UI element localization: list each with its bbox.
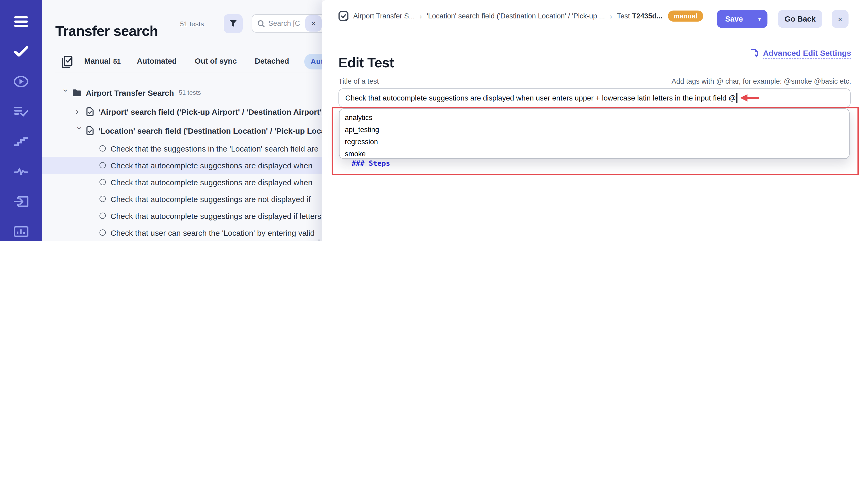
- test-circle-icon: [99, 145, 106, 152]
- breadcrumb: Airport Transfer S... › 'Location' searc…: [338, 10, 703, 22]
- close-drawer-button[interactable]: ×: [832, 10, 848, 28]
- tree-row[interactable]: › Check that autocomplete suggestings ar…: [42, 207, 321, 224]
- test-circle-icon: [99, 196, 106, 202]
- page-title: Transfer search: [55, 23, 158, 39]
- search-icon: [257, 20, 265, 27]
- tree-row[interactable]: › Check that the suggestions in the 'Loc…: [42, 140, 321, 157]
- search-placeholder: Search [C: [269, 20, 300, 27]
- test-tree-panel: Transfer search 51 tests Search [C × Man…: [42, 0, 321, 241]
- status-tabs: Manual51 Automated Out of sync Detached …: [42, 54, 321, 71]
- tree-row[interactable]: › Airport Transfer Search 51 tests: [42, 83, 321, 102]
- activity-icon[interactable]: [13, 164, 29, 180]
- tree-row[interactable]: › 'Airport' search field ('Pick-up Airpo…: [42, 102, 321, 121]
- go-back-button[interactable]: Go Back: [778, 10, 822, 28]
- test-circle-icon: [99, 229, 106, 236]
- tree-row-label: Check that the suggestions in the 'Locat…: [111, 144, 318, 153]
- tree-row-count: 51 tests: [179, 89, 201, 96]
- save-button-label: Save: [717, 15, 751, 23]
- doc-check-icon: [86, 126, 94, 135]
- tree-row-label: Check that autocomplete suggestings are …: [111, 211, 321, 220]
- title-input[interactable]: Check that autocomplete suggestions are …: [338, 88, 850, 107]
- tree-row-label: 'Location' search field ('Destination Lo…: [98, 126, 321, 135]
- app-sidebar: ? T: [0, 0, 42, 241]
- text-cursor: [737, 93, 738, 103]
- tab-automated[interactable]: Automated: [137, 57, 177, 65]
- manual-badge: manual: [668, 10, 703, 22]
- test-circle-icon: [99, 162, 106, 168]
- check-icon[interactable]: [13, 44, 29, 60]
- tree-row-label: Airport Transfer Search: [86, 88, 174, 97]
- tab-out-of-sync[interactable]: Out of sync: [195, 57, 237, 65]
- chevron-icon[interactable]: ›: [76, 127, 83, 134]
- tree-row[interactable]: › Check that user can search the 'Locati…: [42, 224, 321, 241]
- automation-filter-chip[interactable]: Aut: [304, 54, 321, 69]
- tree-row[interactable]: › 'Location' search field ('Destination …: [42, 121, 321, 140]
- tree-row-label: Check that user can search the 'Location…: [111, 228, 314, 237]
- tab-manual[interactable]: Manual51: [84, 57, 121, 65]
- breadcrumb-suite[interactable]: Airport Transfer S...: [353, 12, 415, 20]
- doc-check-icon: [86, 107, 94, 116]
- tree-row[interactable]: › Check that autocomplete suggestings ar…: [42, 191, 321, 207]
- tabs-divider: [55, 73, 321, 73]
- tree-row[interactable]: › Check that autocomplete suggestions ar…: [42, 157, 321, 174]
- title-field-label: Title of a test: [338, 77, 379, 85]
- clipboard-check-icon[interactable]: [62, 56, 73, 70]
- breadcrumb-separator: ›: [420, 12, 422, 20]
- tag-suggestion-item[interactable]: smoke: [340, 148, 849, 160]
- tree-scrollbar[interactable]: [318, 239, 320, 241]
- test-case-icon: [338, 11, 348, 21]
- breadcrumb-subsuite[interactable]: 'Location' search field ('Destination Lo…: [427, 12, 605, 20]
- test-id: T2435d...: [632, 12, 662, 20]
- app-window: ? T Transfer search 51 tests Search [C ×…: [0, 0, 868, 241]
- reports-icon[interactable]: [13, 224, 29, 239]
- breadcrumb-separator: ›: [610, 12, 612, 20]
- steps-markdown-heading: ### Steps: [352, 159, 390, 167]
- edit-test-drawer: Airport Transfer S... › 'Location' searc…: [321, 0, 868, 241]
- folder-icon: [73, 89, 81, 96]
- clear-search-button[interactable]: ×: [305, 15, 321, 32]
- funnel-icon: [229, 20, 237, 27]
- test-circle-icon: [99, 213, 106, 219]
- save-button[interactable]: Save ▾: [717, 10, 768, 28]
- sign-in-icon[interactable]: [13, 194, 29, 210]
- drawer-title: Edit Test: [338, 55, 394, 71]
- chevron-icon[interactable]: ›: [62, 89, 69, 96]
- tree-row-label: Check that autocomplete suggestions are …: [111, 161, 312, 170]
- tag-suggestion-item[interactable]: api_testing: [340, 124, 849, 136]
- test-runs-icon[interactable]: [13, 104, 29, 120]
- save-dropdown-caret[interactable]: ▾: [752, 16, 768, 22]
- tag-suggestions-dropdown: analyticsapi_testingregressionsmoke: [339, 108, 849, 159]
- tag-suggestion-item[interactable]: regression: [340, 136, 849, 148]
- tab-detached[interactable]: Detached: [255, 57, 289, 65]
- tree-row-label: Check that autocomplete suggestions are …: [111, 178, 312, 187]
- steps-icon[interactable]: [13, 134, 29, 150]
- advanced-settings-icon: [751, 49, 760, 59]
- tab-manual-count: 51: [113, 57, 121, 65]
- chevron-icon[interactable]: ›: [76, 108, 83, 115]
- test-tree: › Airport Transfer Search 51 tests › 'Ai…: [42, 83, 321, 241]
- tags-hint: Add tags with @ char, for example: @smok…: [672, 77, 851, 85]
- advanced-edit-settings-link[interactable]: Advanced Edit Settings: [751, 49, 851, 59]
- play-circle-icon[interactable]: [13, 74, 29, 90]
- tag-suggestion-item[interactable]: analytics: [340, 111, 849, 124]
- title-input-value: Check that autocomplete suggestions are …: [345, 94, 736, 102]
- test-circle-icon: [99, 179, 106, 185]
- drawer-header-divider: [321, 35, 868, 35]
- filter-button[interactable]: [224, 14, 243, 33]
- menu-icon[interactable]: [13, 14, 29, 29]
- annotation-arrow-icon: [740, 94, 759, 102]
- tree-row-label: 'Airport' search field ('Pick-up Airport…: [98, 107, 321, 116]
- tree-row-label: Check that autocomplete suggestings are …: [111, 194, 311, 203]
- breadcrumb-test[interactable]: TestT2435d...: [617, 12, 662, 20]
- tree-row[interactable]: › Check that autocomplete suggestions ar…: [42, 174, 321, 191]
- tests-count: 51 tests: [180, 20, 204, 28]
